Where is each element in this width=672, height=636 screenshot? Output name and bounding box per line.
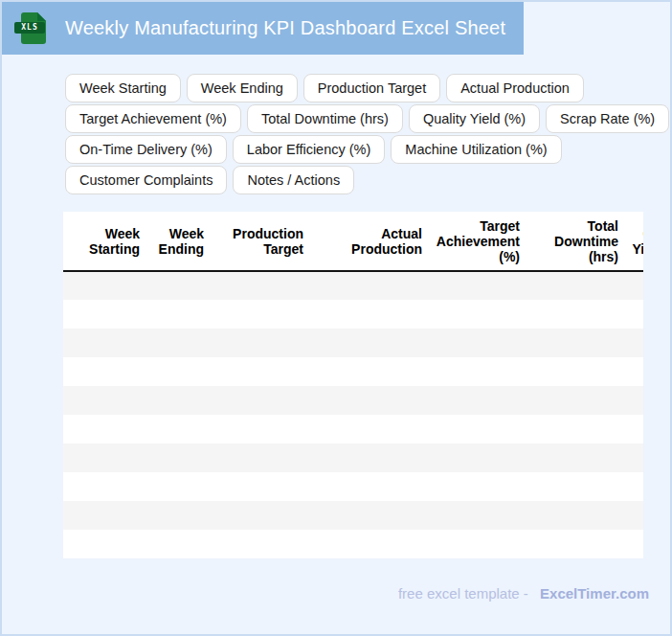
table-row — [63, 300, 643, 329]
table-row — [63, 386, 643, 415]
table-row — [63, 443, 643, 472]
empty-cell — [63, 329, 643, 357]
empty-cell — [63, 501, 643, 530]
field-chips: Week Starting Week Ending Production Tar… — [65, 74, 670, 194]
table-body — [63, 271, 643, 558]
header-row: Week Starting Week Ending Production Tar… — [63, 212, 643, 271]
chip-on-time-delivery[interactable]: On-Time Delivery (%) — [65, 135, 227, 164]
empty-cell — [63, 386, 643, 415]
empty-cell — [63, 443, 643, 472]
column-header-week-starting: Week Starting — [63, 212, 142, 271]
column-header-production-target: Production Target — [206, 212, 305, 271]
column-header-quality-yield: Quality Yield (%) — [620, 212, 643, 271]
table-row — [63, 530, 643, 558]
xls-badge: XLS — [14, 22, 45, 34]
chip-row: Customer Complaints Notes / Actions — [65, 166, 670, 194]
empty-cell — [63, 271, 643, 300]
table-row — [63, 472, 643, 501]
chip-row: Week Starting Week Ending Production Tar… — [65, 74, 670, 102]
footer: free excel template - ExcelTimer.com — [2, 585, 649, 602]
table-row — [63, 415, 643, 443]
xls-file-icon: XLS — [21, 12, 46, 44]
empty-cell — [63, 300, 643, 329]
chip-target-achievement[interactable]: Target Achievement (%) — [65, 104, 241, 133]
title-bar: XLS Weekly Manufacturing KPI Dashboard E… — [2, 2, 524, 55]
kpi-table-viewport: Week Starting Week Ending Production Tar… — [63, 212, 643, 558]
column-header-target-achievement: Target Achievement (%) — [424, 212, 522, 271]
chip-actual-production[interactable]: Actual Production — [446, 74, 584, 102]
page: XLS Weekly Manufacturing KPI Dashboard E… — [0, 0, 672, 636]
chip-notes-actions[interactable]: Notes / Actions — [233, 166, 354, 194]
chip-week-starting[interactable]: Week Starting — [65, 74, 181, 102]
table-row — [63, 329, 643, 357]
column-header-total-downtime: Total Downtime (hrs) — [522, 212, 620, 271]
chip-labor-efficiency[interactable]: Labor Efficiency (%) — [233, 135, 385, 164]
table-row — [63, 501, 643, 530]
footer-text: free excel template - — [398, 585, 528, 602]
chip-machine-utilization[interactable]: Machine Utilization (%) — [391, 135, 561, 164]
xls-fold-flap — [37, 12, 46, 21]
chip-scrap-rate[interactable]: Scrap Rate (%) — [546, 104, 669, 133]
empty-cell — [63, 415, 643, 443]
empty-cell — [63, 530, 643, 558]
page-title: Weekly Manufacturing KPI Dashboard Excel… — [65, 17, 505, 39]
chip-row: Target Achievement (%) Total Downtime (h… — [65, 104, 670, 133]
chip-customer-complaints[interactable]: Customer Complaints — [65, 166, 227, 194]
table-row — [63, 357, 643, 386]
column-header-week-ending: Week Ending — [142, 212, 206, 271]
kpi-table: Week Starting Week Ending Production Tar… — [63, 212, 643, 558]
chip-week-ending[interactable]: Week Ending — [187, 74, 298, 102]
footer-brand-link[interactable]: ExcelTimer.com — [540, 585, 649, 602]
chip-row: On-Time Delivery (%) Labor Efficiency (%… — [65, 135, 670, 164]
chip-production-target[interactable]: Production Target — [303, 74, 440, 102]
chip-total-downtime[interactable]: Total Downtime (hrs) — [247, 104, 403, 133]
empty-cell — [63, 472, 643, 501]
empty-cell — [63, 357, 643, 386]
table-row — [63, 271, 643, 300]
column-header-actual-production: Actual Production — [305, 212, 424, 271]
chip-quality-yield[interactable]: Quality Yield (%) — [409, 104, 540, 133]
